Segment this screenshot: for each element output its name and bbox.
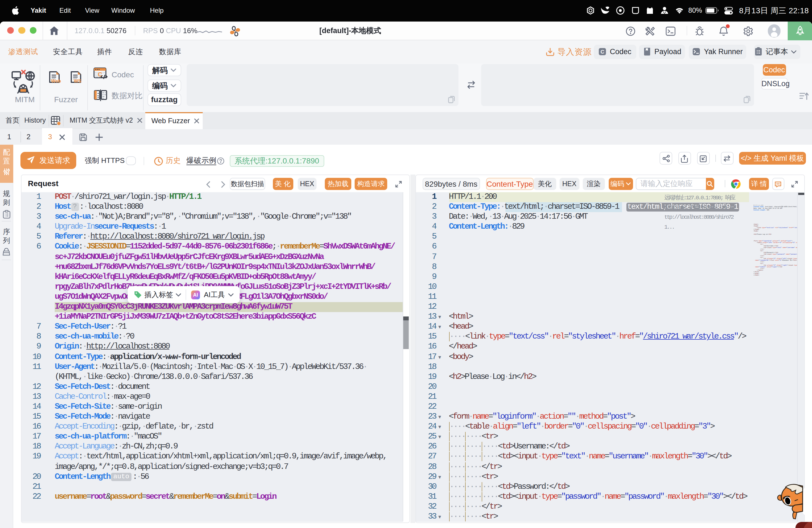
svg-text:WS: WS [73, 78, 81, 84]
svg-text:Web: Web [51, 78, 61, 84]
svg-text:C: C [600, 49, 604, 55]
